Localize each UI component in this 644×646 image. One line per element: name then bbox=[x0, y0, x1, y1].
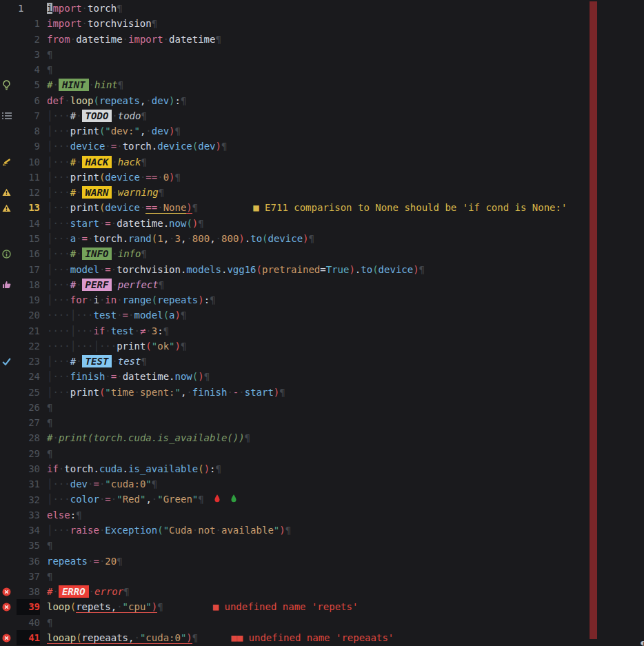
code-text: │···print("dev:",·dev)¶ bbox=[40, 123, 181, 139]
code-line[interactable]: 31│···dev·=·"cuda:0"¶ bbox=[0, 476, 644, 492]
code-line[interactable]: 39loop(repets,·"cpu")¶■ undefined name '… bbox=[0, 599, 644, 614]
code-text: │···device·=·torch.device(dev)¶ bbox=[40, 139, 227, 154]
line-number: 40 bbox=[17, 615, 40, 630]
code-line[interactable]: 8│···print("dev:",·dev)¶ bbox=[0, 123, 644, 139]
eol-pilcrow: ¶ bbox=[159, 187, 164, 198]
eol-pilcrow: ¶ bbox=[204, 371, 210, 382]
line-number: 23 bbox=[17, 354, 40, 369]
eol-pilcrow: ¶ bbox=[192, 632, 198, 643]
code-line[interactable]: 5#·HINT·hint¶ bbox=[0, 77, 644, 92]
gutter-cell bbox=[0, 569, 17, 584]
eol-pilcrow: ¶ bbox=[198, 218, 203, 229]
code-line[interactable]: 13│···print(device·==·None)¶■ E711 compa… bbox=[0, 200, 644, 215]
gutter-cell bbox=[0, 339, 17, 354]
eol-pilcrow: ¶ bbox=[192, 202, 198, 213]
code-line[interactable]: 35¶ bbox=[0, 538, 644, 553]
gutter-cell bbox=[0, 216, 17, 231]
code-line[interactable]: 7│···#·TODO·todo¶ bbox=[0, 108, 644, 123]
code-line[interactable]: 21····│···if·test·≠·3:¶ bbox=[0, 323, 644, 339]
line-number: 2 bbox=[17, 32, 40, 47]
gutter-cell bbox=[0, 292, 17, 307]
line-number: 41 bbox=[17, 630, 40, 645]
line-number: 33 bbox=[17, 507, 40, 523]
code-line[interactable]: 15│···a·=·torch.rand(1,·3,·800,·800).to(… bbox=[0, 231, 644, 246]
gutter-cell bbox=[0, 385, 17, 400]
code-line[interactable]: 40¶ bbox=[0, 615, 644, 630]
code-line[interactable]: 34│···raise·Exception("Cuda·not·availabl… bbox=[0, 523, 644, 538]
line-number: 32 bbox=[17, 492, 40, 507]
code-line[interactable]: 14│···start·=·datetime.now()¶ bbox=[0, 216, 644, 231]
code-line[interactable]: 1import·torchvision¶ bbox=[0, 16, 644, 31]
code-line[interactable]: 28#·print(torch.cuda.is_available())¶ bbox=[0, 430, 644, 445]
code-text: ····│···│···print("ok")¶ bbox=[40, 339, 186, 354]
diagnostic-message: ■■ undefined name 'repeaats' bbox=[231, 632, 394, 643]
code-text: │···finish·=·datetime.now()¶ bbox=[40, 369, 210, 384]
eol-pilcrow: ¶ bbox=[285, 525, 291, 536]
code-line[interactable]: 22····│···│···print("ok")¶ bbox=[0, 339, 644, 354]
gutter-cell bbox=[0, 492, 17, 507]
code-line[interactable]: 3¶ bbox=[0, 47, 644, 62]
code-text: import·torch¶ bbox=[40, 1, 123, 16]
gutter-cell bbox=[0, 430, 17, 445]
code-line[interactable]: 10│···#·HACK·hack¶ bbox=[0, 154, 644, 170]
eol-pilcrow: ¶ bbox=[181, 341, 186, 352]
code-text: #·ERRO·error¶ bbox=[40, 584, 130, 599]
code-line[interactable]: 16│···#·INFO·info¶ bbox=[0, 246, 644, 261]
gutter-cell bbox=[0, 93, 17, 108]
line-number: 8 bbox=[17, 123, 40, 139]
eol-pilcrow: ¶ bbox=[76, 509, 81, 521]
gutter-cell bbox=[0, 1, 17, 16]
gutter-cell bbox=[0, 123, 17, 139]
code-line[interactable]: 27¶ bbox=[0, 415, 644, 430]
code-line[interactable]: 25│···print("time·spent:",·finish·-·star… bbox=[0, 385, 644, 400]
gutter-cell bbox=[0, 32, 17, 47]
eol-pilcrow: ¶ bbox=[117, 3, 122, 14]
eol-pilcrow: ¶ bbox=[47, 64, 52, 75]
code-line[interactable]: 2from·datetime·import·datetime¶ bbox=[0, 32, 644, 47]
code-line[interactable]: 4¶ bbox=[0, 62, 644, 77]
code-line[interactable]: 36repeats·=·20¶ bbox=[0, 554, 644, 569]
eol-pilcrow: ¶ bbox=[221, 141, 227, 152]
code-line[interactable]: 37¶ bbox=[0, 569, 644, 584]
code-line[interactable]: 12│···#·WARN·warning¶ bbox=[0, 185, 644, 200]
code-line[interactable]: 29¶ bbox=[0, 446, 644, 461]
scrollbar[interactable] bbox=[590, 1, 597, 639]
code-line[interactable]: 24│···finish·=·datetime.now()¶ bbox=[0, 369, 644, 384]
code-line[interactable]: 33else:¶ bbox=[0, 507, 644, 523]
gutter-cell bbox=[0, 507, 17, 523]
code-line[interactable]: 1import·torch¶ bbox=[0, 1, 644, 16]
eol-pilcrow: ¶ bbox=[141, 157, 146, 168]
code-line[interactable]: 41looap(repeaats,·"cuda:0")¶■■ undefined… bbox=[0, 630, 644, 645]
gutter-cell bbox=[0, 538, 17, 553]
code-line[interactable]: 6def·loop(repeats,·dev):¶ bbox=[0, 93, 644, 108]
code-line[interactable]: 38#·ERRO·error¶ bbox=[0, 584, 644, 599]
line-number: 28 bbox=[17, 430, 40, 445]
eol-pilcrow: ¶ bbox=[47, 617, 52, 628]
code-line[interactable]: 11│···print(device·==·0)¶ bbox=[0, 170, 644, 185]
warn-icon bbox=[0, 185, 17, 200]
code-line[interactable]: 20····│···test·=·model(a)¶ bbox=[0, 307, 644, 323]
code-line[interactable]: 17│···model·=·torchvision.models.vgg16(p… bbox=[0, 262, 644, 277]
code-line[interactable]: 32│···color·=·"Red",·"Green"¶ bbox=[0, 492, 644, 507]
line-number: 29 bbox=[17, 446, 40, 461]
code-text: │···model·=·torchvision.models.vgg16(pre… bbox=[40, 262, 425, 277]
code-line[interactable]: 19│···for·i·in·range(repeats):¶ bbox=[0, 292, 644, 307]
line-number: 19 bbox=[17, 292, 40, 307]
gutter-cell bbox=[0, 62, 17, 77]
line-number: 25 bbox=[17, 385, 40, 400]
code-line[interactable]: 18│···#·PERF·perfect¶ bbox=[0, 277, 644, 292]
line-number: 3 bbox=[17, 47, 40, 62]
lightbulb-icon bbox=[0, 77, 17, 92]
code-line[interactable]: 26¶ bbox=[0, 400, 644, 415]
code-line[interactable]: 23│···#·TEST·test¶ bbox=[0, 354, 644, 369]
line-number: 18 bbox=[17, 277, 40, 292]
code-line[interactable]: 9│···device·=·torch.device(dev)¶ bbox=[0, 139, 644, 154]
code-text: │···#·HACK·hack¶ bbox=[40, 154, 147, 170]
eol-pilcrow: ¶ bbox=[181, 95, 186, 106]
line-number: 22 bbox=[17, 339, 40, 354]
diagnostic-message: ■ E711 comparison to None should be 'if … bbox=[253, 202, 567, 213]
gutter-cell bbox=[0, 446, 17, 461]
eol-pilcrow: ¶ bbox=[141, 356, 146, 367]
code-line[interactable]: 30if·torch.cuda.is_available():¶ bbox=[0, 461, 644, 476]
line-number: 39 bbox=[17, 599, 40, 614]
